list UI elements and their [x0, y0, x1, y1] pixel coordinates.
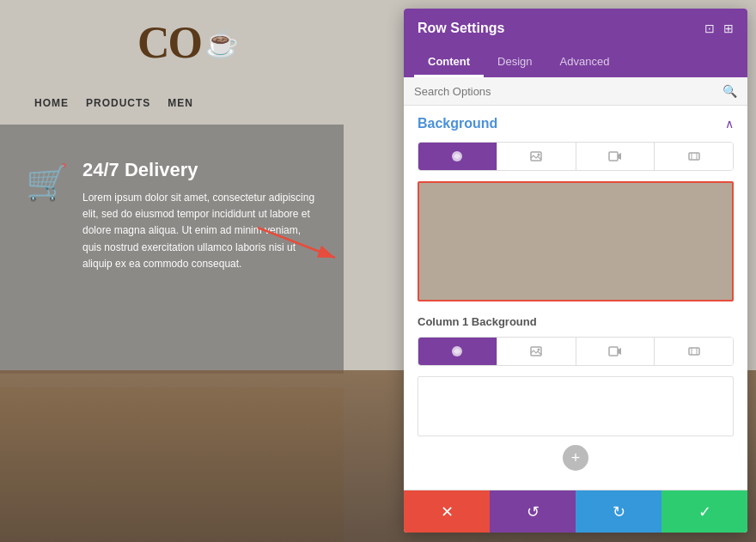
grid-icon[interactable]: ⊞	[723, 21, 734, 35]
nav-home[interactable]: HOME	[34, 97, 69, 109]
gray-section: 🛒 24/7 Delivery Lorem ipsum dolor sit am…	[0, 125, 344, 374]
column-bg-type-tabs	[418, 337, 734, 366]
search-icon: 🔍	[722, 84, 737, 98]
svg-rect-5	[689, 153, 699, 160]
col-slideshow-icon	[687, 344, 701, 358]
video-icon	[608, 149, 622, 163]
redo-button[interactable]: ↻	[576, 490, 662, 533]
bg-type-tabs	[418, 142, 734, 171]
tab-content[interactable]: Content	[414, 48, 484, 77]
col-color-swatch-icon	[450, 344, 464, 358]
tab-advanced[interactable]: Advanced	[546, 48, 624, 77]
svg-point-10	[538, 349, 540, 351]
row-settings-panel: Row Settings ⊡ ⊞ Content Design Advanced…	[404, 9, 747, 533]
coffee-cup-icon: ☕	[204, 27, 239, 59]
svg-rect-4	[609, 152, 618, 161]
panel-header: Row Settings ⊡ ⊞	[404, 9, 747, 48]
panel-header-icons: ⊡ ⊞	[704, 21, 734, 35]
svg-rect-11	[609, 347, 618, 356]
add-color-button[interactable]: +	[563, 445, 588, 471]
panel-footer: ✕ ↺ ↻ ✓	[404, 490, 747, 533]
delivery-body: Lorem ipsum dolor sit amet, consectetur …	[82, 190, 318, 272]
col-video-icon	[608, 344, 622, 358]
panel-tabs: Content Design Advanced	[404, 48, 747, 77]
column-bg-label: Column 1 Background	[418, 315, 734, 328]
expand-icon[interactable]: ⊡	[704, 21, 715, 35]
page-background: CO ☕ HOME PRODUCTS MEN 🛒 24/7 Delivery L…	[0, 0, 756, 542]
undo-button[interactable]: ↺	[490, 490, 576, 533]
panel-title: Row Settings	[418, 21, 504, 36]
col-bg-tab-image[interactable]	[497, 338, 576, 365]
nav-bar: HOME PRODUCTS MEN	[0, 90, 344, 116]
slideshow-icon	[687, 149, 701, 163]
background-section-title: Background	[418, 116, 497, 131]
col-image-icon	[529, 344, 543, 358]
search-input[interactable]	[414, 85, 722, 98]
color-swatch-icon	[450, 149, 464, 163]
bg-tab-image[interactable]	[497, 143, 576, 170]
image-icon	[529, 149, 543, 163]
nav-products[interactable]: PRODUCTS	[86, 97, 150, 109]
col-bg-tab-color[interactable]	[418, 338, 497, 365]
bg-tab-video[interactable]	[576, 143, 655, 170]
delivery-title: 24/7 Delivery	[82, 159, 318, 181]
tab-design[interactable]: Design	[484, 48, 546, 77]
bg-tab-color[interactable]	[418, 143, 497, 170]
background-section-header: Background ∧	[418, 116, 734, 131]
cancel-button[interactable]: ✕	[404, 490, 490, 533]
cart-icon: 🛒	[26, 162, 69, 203]
svg-rect-12	[689, 348, 699, 355]
color-preview-box[interactable]	[418, 181, 734, 301]
panel-search-bar: 🔍	[404, 77, 747, 106]
save-button[interactable]: ✓	[662, 490, 747, 533]
plus-btn-container: +	[418, 445, 734, 471]
column-color-preview[interactable]	[418, 376, 734, 436]
col-bg-tab-video[interactable]	[576, 338, 655, 365]
collapse-icon[interactable]: ∧	[725, 117, 734, 131]
panel-body: Background ∧	[404, 106, 747, 490]
delivery-content: 24/7 Delivery Lorem ipsum dolor sit amet…	[82, 159, 318, 272]
svg-point-3	[538, 154, 540, 156]
logo-area: CO ☕	[137, 17, 239, 68]
col-bg-tab-slideshow[interactable]	[655, 338, 733, 365]
logo-text: CO	[137, 17, 201, 68]
nav-menu[interactable]: MEN	[168, 97, 193, 109]
bg-tab-slideshow[interactable]	[655, 143, 733, 170]
